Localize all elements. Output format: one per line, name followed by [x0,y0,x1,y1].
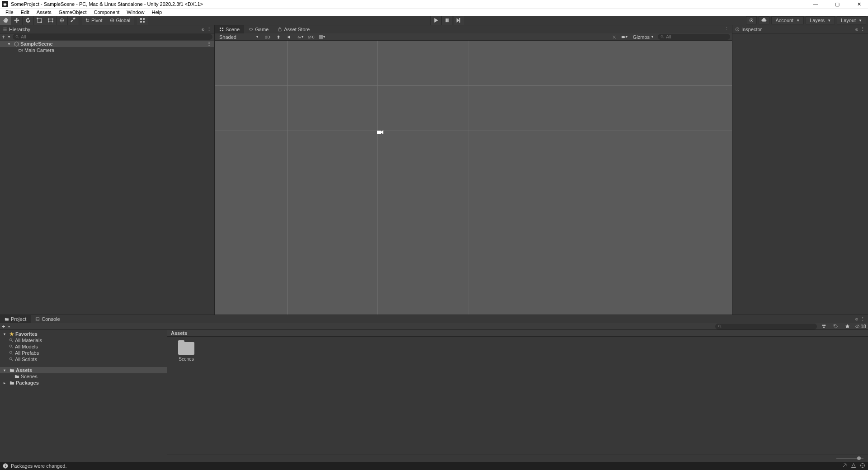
chevron-down-icon: ▼ [827,19,831,23]
account-dropdown[interactable]: Account▼ [771,16,804,24]
filter-by-type[interactable] [820,323,829,329]
scene-viewport[interactable] [215,41,732,315]
chevron-down-icon: ▼ [859,19,862,23]
fav-all-materials[interactable]: All Materials [0,337,167,343]
lighting-toggle[interactable] [274,34,283,40]
tab-game[interactable]: Game [244,25,273,33]
collab-icon[interactable] [746,16,757,24]
window-titlebar: ◉ SomeProject - SampleScene - PC, Mac & … [0,0,868,8]
tools-icon[interactable] [610,34,618,40]
svg-point-5 [52,19,53,19]
gizmos-dropdown[interactable]: Gizmos▾ [630,34,656,40]
fav-all-models[interactable]: All Models [0,343,167,350]
snap-toggle[interactable] [137,16,148,25]
save-search[interactable] [843,323,852,329]
scale-tool[interactable] [34,16,45,25]
menu-window[interactable]: Window [123,9,148,15]
svg-point-29 [661,35,663,37]
svg-point-33 [822,325,824,326]
create-dropdown[interactable]: + [2,33,5,40]
hidden-toggle[interactable]: 0 [307,34,315,40]
menu-file[interactable]: File [2,9,17,15]
svg-point-40 [9,357,12,360]
status-icon-2[interactable] [851,463,856,469]
svg-point-4 [48,19,49,19]
camera-settings[interactable]: ▾ [620,34,628,40]
breadcrumb[interactable]: Assets [167,330,868,337]
layout-dropdown[interactable]: Layout▼ [837,16,866,24]
panel-lock-icon[interactable]: ⎋ [855,27,858,32]
tab-console[interactable]: Console [31,315,64,323]
scenes-folder[interactable]: Scenes [0,373,167,380]
packages-folder[interactable]: ▸ Packages [0,380,167,386]
panel-menu-icon[interactable]: ⋮ [207,26,212,32]
create-dropdown[interactable]: + [2,323,5,330]
panel-menu-icon[interactable]: ⋮ [860,316,865,322]
list-icon [3,27,7,32]
layers-dropdown[interactable]: Layers▼ [806,16,835,24]
chevron-down-icon[interactable]: ▾ [8,324,10,329]
panel-lock-icon[interactable]: ⎋ [855,317,858,321]
hierarchy-search-input[interactable] [21,34,210,39]
step-button[interactable] [453,16,464,25]
close-button[interactable]: ✕ [854,1,864,7]
search-icon [15,35,19,39]
global-toggle[interactable]: Global [106,16,134,25]
cloud-icon[interactable] [759,16,769,24]
custom-tool[interactable] [68,16,79,25]
hand-tool[interactable] [0,16,11,25]
scene-search-input[interactable] [666,34,727,39]
asset-folder-scenes[interactable]: Scenes [173,342,200,362]
status-icon-3[interactable] [860,463,865,469]
row-menu-icon[interactable]: ⋮ [207,41,214,47]
fav-all-scripts[interactable]: All Scripts [0,356,167,362]
status-icon-1[interactable] [842,463,847,469]
favorites-header[interactable]: ▾ ★ Favorites [0,331,167,337]
fav-all-prefabs[interactable]: All Prefabs [0,350,167,356]
pause-button[interactable] [442,16,453,25]
hierarchy-search[interactable] [13,34,212,40]
menu-edit[interactable]: Edit [17,9,33,15]
menu-bar: File Edit Assets GameObject Component Wi… [0,8,868,16]
assets-folder[interactable]: ▾ Assets [0,367,167,373]
play-button[interactable] [430,16,442,25]
pivot-toggle[interactable]: Pivot [82,16,106,25]
expand-arrow-icon[interactable]: ▾ [8,42,13,46]
thumbnail-size-slider[interactable] [836,458,863,459]
tab-scene[interactable]: Scene [215,25,244,33]
svg-point-20 [751,20,752,21]
scene-row[interactable]: ▾ SampleScene ⋮ [0,41,214,47]
transform-tool[interactable] [57,16,68,25]
chevron-down-icon[interactable]: ▾ [8,35,10,39]
panel-menu-icon[interactable]: ⋮ [724,27,729,33]
panel-menu-icon[interactable]: ⋮ [860,26,865,32]
hidden-count[interactable]: 18 [855,323,866,329]
rect-tool[interactable] [45,16,57,25]
camera-gizmo-icon[interactable] [377,129,384,135]
panel-lock-icon[interactable]: ⎋ [202,27,204,32]
inspector-tab[interactable]: Inspector [735,27,762,32]
shading-dropdown[interactable]: Shaded▾ [217,34,261,40]
audio-toggle[interactable] [285,34,293,40]
tab-asset-store[interactable]: Asset Store [273,25,314,33]
menu-help[interactable]: Help [148,9,165,15]
asset-grid[interactable]: Scenes [167,337,868,455]
maximize-button[interactable]: ▢ [832,1,843,7]
project-search[interactable] [715,324,817,329]
gameobject-row[interactable]: Main Camera [0,47,214,53]
scene-search[interactable] [658,34,730,40]
menu-gameobject[interactable]: GameObject [55,9,90,15]
status-message: Packages were changed. [11,463,67,469]
menu-assets[interactable]: Assets [33,9,55,15]
grid-toggle[interactable]: ▾ [318,34,326,40]
rotate-tool[interactable] [23,16,34,25]
minimize-button[interactable]: — [810,1,821,7]
mode-2d-toggle[interactable]: 2D [264,34,272,40]
project-search-input[interactable] [722,324,814,329]
move-tool[interactable] [11,16,23,25]
hierarchy-tab[interactable]: Hierarchy [3,27,30,32]
fx-toggle[interactable]: ▾ [296,34,304,40]
menu-component[interactable]: Component [90,9,123,15]
tab-project[interactable]: Project [0,315,31,323]
filter-by-label[interactable] [831,323,840,329]
